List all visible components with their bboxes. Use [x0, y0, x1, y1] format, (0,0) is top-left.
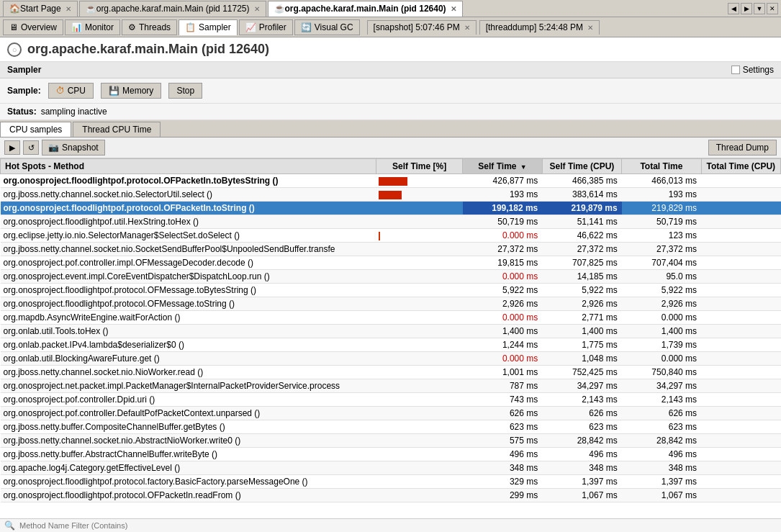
method-filter-input[interactable] [19, 521, 777, 530]
table-row[interactable]: org.onosproject.floodlightpof.protocol.O… [1, 284, 781, 297]
method-cell: org.jboss.netty.channel.socket.nio.Selec… [1, 188, 376, 202]
method-cell: org.onosproject.pof.controller.impl.OFMe… [1, 256, 376, 270]
sub-tabs: [snapshot] 5:07:46 PM ✕ [threaddump] 5:2… [367, 20, 602, 35]
table-row[interactable]: org.onosproject.floodlightpof.protocol.O… [1, 174, 781, 188]
tab-dropdown[interactable]: ▼ [754, 3, 765, 14]
snapshot-button[interactable]: 📷 Snapshot [42, 140, 105, 155]
play-button[interactable]: ▶ [4, 140, 20, 155]
top-tab-pid-11725[interactable]: ☕ org.apache.karaf.main.Main (pid 11725)… [79, 1, 266, 17]
nav-sampler[interactable]: 📋 Sampler [179, 19, 238, 35]
self-time-cell: 27,372 ms [463, 243, 542, 256]
close-snapshot-tab[interactable]: ✕ [464, 24, 470, 32]
self-time-cell: 5,922 ms [463, 284, 542, 297]
self-cpu-cell: 2,771 ms [542, 311, 621, 325]
close-start-page[interactable]: ✕ [66, 5, 71, 13]
data-table-container[interactable]: Hot Spots - Method Self Time [%] Self Ti… [0, 158, 781, 518]
table-row[interactable]: org.onosproject.pof.controller.Dpid.uri … [1, 393, 781, 407]
close-pid-11725[interactable]: ✕ [254, 5, 260, 13]
memory-button[interactable]: 💾 Memory [101, 83, 161, 99]
self-time-cell: 1,244 ms [463, 338, 542, 352]
self-cpu-cell: 5,922 ms [542, 284, 621, 297]
nav-visual-gc[interactable]: 🔄 Visual GC [294, 19, 360, 35]
snapshot-sub-tab[interactable]: [snapshot] 5:07:46 PM ✕ [367, 20, 477, 35]
table-row[interactable]: org.onosproject.event.impl.CoreEventDisp… [1, 270, 781, 284]
method-cell: org.onosproject.floodlightpof.protocol.f… [1, 475, 376, 489]
bar-line-visual [379, 232, 380, 240]
total-cpu-cell [701, 256, 780, 270]
stop-button[interactable]: Stop [168, 83, 202, 99]
method-cell: org.onosproject.event.impl.CoreEventDisp… [1, 270, 376, 284]
col-self-cpu[interactable]: Self Time (CPU) [542, 159, 621, 174]
top-tab-pid-12640[interactable]: ☕ org.apache.karaf.main.Main (pid 12640)… [268, 1, 463, 17]
table-row[interactable]: org.mapdb.AsyncWriteEngine.waitForAction… [1, 311, 781, 325]
method-cell: org.jboss.netty.buffer.AbstractChannelBu… [1, 448, 376, 461]
table-body: org.onosproject.floodlightpof.protocol.O… [1, 174, 781, 502]
refresh-button[interactable]: ↺ [23, 140, 39, 155]
nav-threads[interactable]: ⚙ Threads [122, 19, 177, 35]
table-row[interactable]: org.onlab.util.BlockingAwareFuture.get (… [1, 352, 781, 366]
table-row[interactable]: org.jboss.netty.channel.socket.nio.NioWo… [1, 366, 781, 379]
top-tab-start-page[interactable]: 🏠 Start Page ✕ [3, 1, 78, 17]
table-row[interactable]: org.onosproject.floodlightpof.protocol.f… [1, 475, 781, 489]
cpu-button[interactable]: ⏱ CPU [48, 83, 94, 99]
close-pid-12640[interactable]: ✕ [451, 5, 456, 13]
table-row[interactable]: org.onlab.packet.IPv4.lambda$deserialize… [1, 338, 781, 352]
self-pct-cell [376, 188, 462, 202]
col-total-time[interactable]: Total Time [622, 159, 701, 174]
table-row[interactable]: org.eclipse.jetty.io.nio.SelectorManager… [1, 229, 781, 243]
col-self-pct[interactable]: Self Time [%] [376, 159, 462, 174]
table-row[interactable]: org.jboss.netty.channel.socket.nio.Abstr… [1, 434, 781, 448]
table-row[interactable]: org.jboss.netty.channel.socket.nio.Socke… [1, 243, 781, 256]
table-row[interactable]: org.onosproject.floodlightpof.protocol.O… [1, 202, 781, 215]
self-pct-cell [376, 352, 462, 366]
self-cpu-cell: 51,141 ms [542, 215, 621, 229]
nav-monitor[interactable]: 📊 Monitor [65, 19, 120, 35]
table-row[interactable]: org.jboss.netty.channel.socket.nio.Selec… [1, 188, 781, 202]
thread-dump-button[interactable]: Thread Dump [708, 140, 777, 155]
table-row[interactable]: org.onosproject.floodlightpof.protocol.O… [1, 297, 781, 311]
total-time-cell: 219,829 ms [622, 202, 701, 215]
total-cpu-cell [701, 448, 780, 461]
tab-scroll-right[interactable]: ▶ [741, 3, 752, 14]
table-row[interactable]: org.onlab.util.Tools.toHex ()1,400 ms1,4… [1, 325, 781, 338]
total-time-cell: 1,739 ms [622, 338, 701, 352]
table-row[interactable]: org.jboss.netty.buffer.AbstractChannelBu… [1, 448, 781, 461]
self-time-cell: 0.000 ms [463, 311, 542, 325]
title-bar: ○ org.apache.karaf.main.Main (pid 12640) [0, 37, 781, 62]
self-pct-cell [376, 243, 462, 256]
self-time-cell: 0.000 ms [463, 229, 542, 243]
table-row[interactable]: org.onosproject.pof.controller.DefaultPo… [1, 407, 781, 420]
self-time-cell: 787 ms [463, 379, 542, 393]
self-pct-cell [376, 325, 462, 338]
total-time-cell: 2,926 ms [622, 297, 701, 311]
tab-thread-cpu-time[interactable]: Thread CPU Time [73, 122, 161, 137]
table-header-row: Hot Spots - Method Self Time [%] Self Ti… [1, 159, 781, 174]
total-cpu-cell [701, 407, 780, 420]
col-total-cpu[interactable]: Total Time (CPU) [701, 159, 780, 174]
close-threaddump-tab[interactable]: ✕ [587, 24, 593, 32]
method-cell: org.onosproject.floodlightpof.protocol.O… [1, 202, 376, 215]
col-hot-spots[interactable]: Hot Spots - Method [1, 159, 376, 174]
table-row[interactable]: org.apache.log4j.Category.getEffectiveLe… [1, 461, 781, 475]
table-row[interactable]: org.onosproject.floodlightpof.protocol.O… [1, 489, 781, 502]
nav-profiler[interactable]: 📈 Profiler [239, 19, 293, 35]
threaddump-sub-tab[interactable]: [threaddump] 5:24:48 PM ✕ [479, 20, 600, 35]
tab-scroll-left[interactable]: ◀ [728, 3, 739, 14]
tab-new[interactable]: ✕ [767, 3, 778, 14]
table-row[interactable]: org.onosproject.pof.controller.impl.OFMe… [1, 256, 781, 270]
self-cpu-cell: 752,425 ms [542, 366, 621, 379]
table-row[interactable]: org.jboss.netty.buffer.CompositeChannelB… [1, 420, 781, 434]
self-pct-cell [376, 215, 462, 229]
settings-button[interactable]: Settings [731, 65, 774, 75]
col-self-time[interactable]: Self Time ▼ [463, 159, 542, 174]
toolbar: ▶ ↺ 📷 Snapshot Thread Dump [0, 137, 781, 158]
table-row[interactable]: org.onosproject.floodlightpof.util.HexSt… [1, 215, 781, 229]
tab-cpu-samples[interactable]: CPU samples [0, 122, 71, 137]
total-time-cell: 28,842 ms [622, 434, 701, 448]
settings-checkbox[interactable] [731, 66, 740, 74]
method-cell: org.onosproject.net.packet.impl.PacketMa… [1, 379, 376, 393]
table-row[interactable]: org.onosproject.net.packet.impl.PacketMa… [1, 379, 781, 393]
total-time-cell: 0.000 ms [622, 352, 701, 366]
nav-overview[interactable]: 🖥 Overview [3, 19, 63, 35]
total-cpu-cell [701, 297, 780, 311]
